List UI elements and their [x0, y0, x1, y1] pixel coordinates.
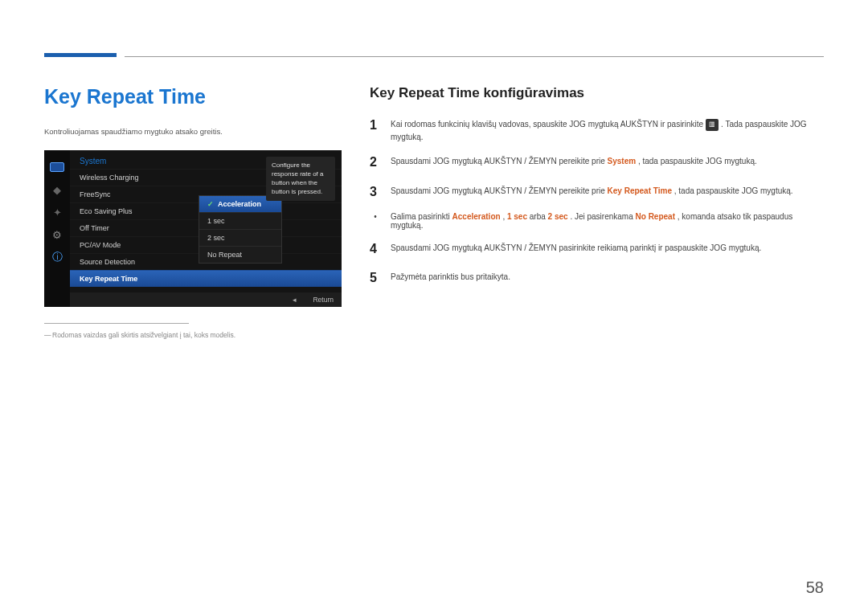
bullet-text: Galima pasirinkti — [391, 212, 452, 221]
page: Key Repeat Time Kontroliuojamas spaudžia… — [0, 0, 868, 341]
osd-main: System Wireless ChargingOff FreeSyncOff … — [70, 150, 342, 307]
highlight-2sec: 2 sec — [548, 212, 568, 221]
back-arrow-icon: ◂ — [293, 296, 297, 304]
step-5: 5 Pažymėta parinktis bus pritaikyta. — [370, 268, 824, 288]
highlight-norepeat: No Repeat — [636, 212, 675, 221]
highlight-acceleration: Acceleration — [452, 212, 501, 221]
section-title: Key Repeat Time — [44, 85, 342, 108]
footnote: Rodomas vaizdas gali skirtis atsižvelgia… — [44, 330, 342, 341]
right-column: Key Repeat Time konfigūravimas 1 Kai rod… — [370, 85, 824, 341]
osd-row-label: Source Detection — [80, 258, 135, 266]
osd-submenu: Acceleration 1 sec 2 sec No Repeat — [199, 195, 282, 264]
osd-row-label: Off Timer — [80, 224, 109, 232]
osd-row-label: PC/AV Mode — [80, 241, 121, 249]
osd-submenu-item: 2 sec — [199, 229, 281, 246]
osd-row-label: Eco Saving Plus — [80, 207, 133, 215]
step-number: 4 — [370, 239, 381, 260]
step-number: 1 — [370, 116, 381, 143]
step-text: , tada paspauskite JOG mygtuką. — [674, 186, 793, 195]
info-icon: ⓘ — [48, 248, 66, 266]
osd-footer: ◂ Return — [70, 292, 342, 307]
config-title: Key Repeat Time konfigūravimas — [370, 85, 824, 101]
osd-submenu-item: 1 sec — [199, 212, 281, 229]
step-3: 3 Spausdami JOG mygtuką AUKŠTYN / ŽEMYN … — [370, 182, 824, 202]
step-text: Spausdami JOG mygtuką AUKŠTYN / ŽEMYN pe… — [391, 186, 608, 195]
osd-tooltip: Configure the response rate of a button … — [266, 157, 335, 201]
osd-sidebar: ◆ ✦ ⚙ ⓘ — [44, 150, 70, 307]
adjust-icon: ◆ — [48, 181, 66, 198]
steps-list: 1 Kai rodomas funkcinių klavišų vadovas,… — [370, 116, 824, 202]
header-rule — [125, 56, 824, 57]
highlight-krt: Key Repeat Time — [608, 186, 672, 195]
step-body: Spausdami JOG mygtuką AUKŠTYN / ŽEMYN pe… — [391, 153, 824, 173]
target-icon: ✦ — [48, 203, 66, 221]
osd-row-selected: Key Repeat Time — [70, 270, 342, 287]
gear-icon: ⚙ — [48, 226, 66, 243]
bullet-text: . Jei pasirenkama — [570, 212, 635, 221]
step-body: Spausdami JOG mygtuką AUKŠTYN / ŽEMYN pa… — [391, 239, 824, 260]
bullet-note: • Galima pasirinkti Acceleration , 1 sec… — [370, 212, 824, 230]
osd-screenshot: ◆ ✦ ⚙ ⓘ System Wireless ChargingOff Free… — [44, 150, 342, 307]
step-number: 5 — [370, 268, 381, 288]
step-2: 2 Spausdami JOG mygtuką AUKŠTYN / ŽEMYN … — [370, 153, 824, 173]
step-number: 2 — [370, 153, 381, 173]
step-number: 3 — [370, 182, 381, 202]
step-body: Pažymėta parinktis bus pritaikyta. — [391, 268, 824, 288]
osd-row-label: Wireless Charging — [80, 174, 139, 182]
step-body: Spausdami JOG mygtuką AUKŠTYN / ŽEMYN pe… — [391, 182, 824, 202]
monitor-icon — [48, 158, 66, 176]
step-4: 4 Spausdami JOG mygtuką AUKŠTYN / ŽEMYN … — [370, 239, 824, 260]
osd-row-label: Key Repeat Time — [80, 275, 137, 283]
left-column: Key Repeat Time Kontroliuojamas spaudžia… — [44, 85, 342, 341]
osd-row-label: FreeSync — [80, 190, 111, 198]
page-number: 58 — [806, 578, 824, 597]
bullet-icon: • — [370, 212, 381, 230]
header-accent-bar — [44, 53, 117, 57]
content-columns: Key Repeat Time Kontroliuojamas spaudžia… — [44, 85, 824, 341]
highlight-1sec: 1 sec — [507, 212, 527, 221]
footnote-rule — [44, 323, 189, 324]
steps-list-cont: 4 Spausdami JOG mygtuką AUKŠTYN / ŽEMYN … — [370, 239, 824, 289]
step-text: Kai rodomas funkcinių klavišų vadovas, s… — [391, 120, 706, 129]
menu-icon: ▥ — [706, 119, 719, 130]
highlight-system: System — [608, 157, 637, 166]
osd-submenu-item: No Repeat — [199, 246, 281, 263]
step-1: 1 Kai rodomas funkcinių klavišų vadovas,… — [370, 116, 824, 143]
section-description: Kontroliuojamas spaudžiamo mygtuko atsak… — [44, 126, 342, 137]
step-text: , tada paspauskite JOG mygtuką. — [638, 157, 757, 166]
step-body: Kai rodomas funkcinių klavišų vadovas, s… — [391, 116, 824, 143]
bullet-body: Galima pasirinkti Acceleration , 1 sec a… — [391, 212, 824, 230]
bullet-text: arba — [530, 212, 548, 221]
osd-footer-return: Return — [313, 296, 334, 304]
step-text: Spausdami JOG mygtuką AUKŠTYN / ŽEMYN pe… — [391, 157, 608, 166]
